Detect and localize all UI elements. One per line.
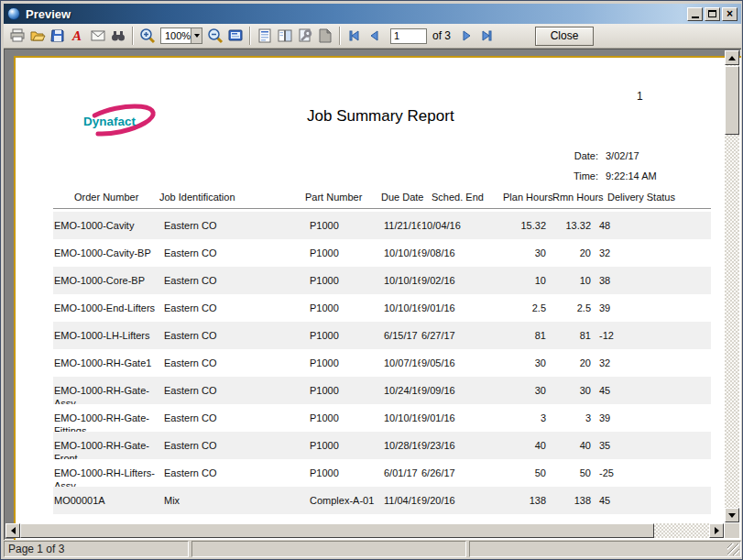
cell-job-identification: Eastern CO bbox=[161, 432, 308, 459]
cell-rmn-hours: 20 bbox=[548, 349, 592, 377]
scroll-left-button[interactable] bbox=[5, 523, 20, 538]
cell-sched-end: 10/04/16 bbox=[421, 212, 475, 239]
date-value: 3/02/17 bbox=[606, 150, 639, 161]
zoom-out-button[interactable] bbox=[205, 26, 225, 46]
page-setup-icon bbox=[257, 27, 273, 44]
resize-grip[interactable] bbox=[727, 544, 739, 555]
print-setup-button[interactable] bbox=[295, 26, 315, 46]
first-page-button[interactable] bbox=[344, 26, 365, 46]
cell-order-number: MO00001A bbox=[53, 487, 161, 514]
cell-rmn-hours: 30 bbox=[548, 377, 592, 404]
cell-order-number: EMO-1000-Cavity-BP bbox=[53, 239, 161, 267]
report-content: Dynafact 1 Job Summary Report Date: 3/02… bbox=[16, 58, 741, 540]
page-number-input[interactable] bbox=[390, 28, 427, 44]
report-page: Dynafact 1 Job Summary Report Date: 3/02… bbox=[14, 56, 741, 540]
cell-plan-hours: 15.32 bbox=[475, 212, 548, 239]
next-page-button[interactable] bbox=[456, 26, 476, 46]
watermark-button[interactable] bbox=[315, 26, 335, 46]
report-table-body: EMO-1000-Cavity Eastern CO P1000 11/21/1… bbox=[53, 212, 711, 514]
logo-text: Dynafact bbox=[83, 115, 137, 128]
cell-plan-hours: 10 bbox=[475, 267, 548, 294]
last-page-button[interactable] bbox=[476, 26, 497, 46]
vertical-scrollbar[interactable] bbox=[725, 50, 739, 522]
date-label: Date: bbox=[525, 150, 598, 161]
cell-delivery-status: 35 bbox=[592, 432, 711, 459]
cell-job-identification: Eastern CO bbox=[161, 239, 308, 267]
close-window-button[interactable]: × bbox=[722, 7, 738, 21]
chevron-down-icon bbox=[194, 34, 200, 38]
cell-part-number: P1000 bbox=[308, 349, 381, 377]
cell-job-identification: Eastern CO bbox=[161, 212, 308, 239]
maximize-button[interactable] bbox=[705, 7, 720, 21]
scroll-down-button[interactable] bbox=[725, 508, 739, 522]
cell-plan-hours: 50 bbox=[475, 459, 548, 487]
cell-part-number: P1000 bbox=[308, 377, 381, 404]
cell-plan-hours: 30 bbox=[475, 349, 548, 377]
toolbar-separator bbox=[249, 27, 251, 45]
status-bar: Page 1 of 3 bbox=[4, 541, 741, 558]
print-button[interactable] bbox=[7, 26, 27, 46]
cell-part-number: P1000 bbox=[308, 267, 381, 294]
prev-page-button[interactable] bbox=[365, 26, 385, 46]
save-button[interactable] bbox=[48, 26, 68, 46]
cell-rmn-hours: 50 bbox=[548, 459, 592, 487]
cell-delivery-status: 39 bbox=[592, 404, 711, 432]
horizontal-scrollbar[interactable] bbox=[5, 523, 724, 538]
scroll-right-button[interactable] bbox=[709, 523, 724, 538]
cell-delivery-status: 32 bbox=[592, 239, 711, 267]
two-page-view-button[interactable] bbox=[275, 26, 295, 46]
status-page-text: Page 1 of 3 bbox=[8, 543, 64, 555]
cell-order-number: EMO-1000-RH-Gate-Fittings bbox=[53, 404, 161, 432]
preview-window: Preview × A 100% bbox=[0, 0, 743, 560]
email-button[interactable] bbox=[88, 26, 108, 46]
zoom-in-button[interactable] bbox=[137, 26, 158, 46]
cell-rmn-hours: 40 bbox=[548, 432, 592, 459]
cell-job-identification: Eastern CO bbox=[161, 377, 308, 404]
cell-due-date: 6/15/17 bbox=[381, 322, 421, 349]
zoom-level-value: 100% bbox=[161, 30, 191, 41]
find-button[interactable] bbox=[108, 26, 128, 46]
zoom-level-combobox[interactable]: 100% bbox=[160, 27, 202, 44]
cell-order-number: EMO-1000-RH-Gate-Front bbox=[53, 432, 161, 459]
vertical-scroll-thumb[interactable] bbox=[725, 66, 739, 135]
scroll-up-button[interactable] bbox=[725, 50, 739, 65]
page-setup-button[interactable] bbox=[255, 26, 275, 46]
horizontal-scroll-thumb[interactable] bbox=[20, 523, 654, 538]
status-panel-3 bbox=[469, 541, 741, 557]
cell-sched-end: 9/02/16 bbox=[421, 267, 475, 294]
arrow-right-icon bbox=[715, 527, 719, 534]
cell-rmn-hours: 2.5 bbox=[548, 294, 592, 322]
prev-page-icon bbox=[368, 29, 381, 42]
open-button[interactable] bbox=[27, 26, 48, 46]
table-row: EMO-1000-LH-Lifters Eastern CO P1000 6/1… bbox=[53, 322, 711, 349]
cell-rmn-hours: 13.32 bbox=[548, 212, 592, 239]
cell-sched-end: 9/01/16 bbox=[421, 404, 475, 432]
close-button[interactable]: Close bbox=[535, 27, 594, 46]
email-icon bbox=[90, 27, 106, 44]
cell-order-number: EMO-1000-RH-Gate-Assy bbox=[53, 377, 161, 404]
title-bar[interactable]: Preview × bbox=[4, 4, 741, 24]
cell-sched-end: 6/27/17 bbox=[421, 322, 475, 349]
column-header-delivery-status: Delivery Status bbox=[607, 192, 675, 203]
cell-due-date: 10/28/16 bbox=[381, 432, 421, 459]
cell-part-number: P1000 bbox=[308, 212, 381, 239]
toolbar: A 100% bbox=[4, 24, 741, 49]
export-pdf-button[interactable]: A bbox=[68, 26, 88, 46]
zoom-in-icon bbox=[139, 27, 156, 44]
fit-page-button[interactable] bbox=[225, 26, 246, 46]
minimize-button[interactable] bbox=[687, 7, 703, 21]
status-page-panel: Page 1 of 3 bbox=[4, 541, 189, 557]
table-row: EMO-1000-RH-Gate-Assy Eastern CO P1000 1… bbox=[53, 377, 711, 404]
cell-rmn-hours: 138 bbox=[548, 487, 592, 514]
arrow-down-icon bbox=[728, 513, 736, 518]
report-date-time: Date: 3/02/17 Time: 9:22:14 AM bbox=[525, 146, 657, 186]
cell-plan-hours: 30 bbox=[475, 239, 548, 267]
zoom-dropdown-button[interactable] bbox=[191, 28, 202, 43]
cell-sched-end: 9/20/16 bbox=[421, 487, 475, 514]
cell-delivery-status: 32 bbox=[592, 349, 711, 377]
cell-part-number: P1000 bbox=[308, 322, 381, 349]
cell-order-number: EMO-1000-RH-Gate1 bbox=[53, 349, 161, 377]
two-page-view-icon bbox=[277, 27, 293, 44]
last-page-icon bbox=[480, 29, 493, 42]
column-header-rmn-hours: Rmn Hours bbox=[552, 192, 604, 203]
